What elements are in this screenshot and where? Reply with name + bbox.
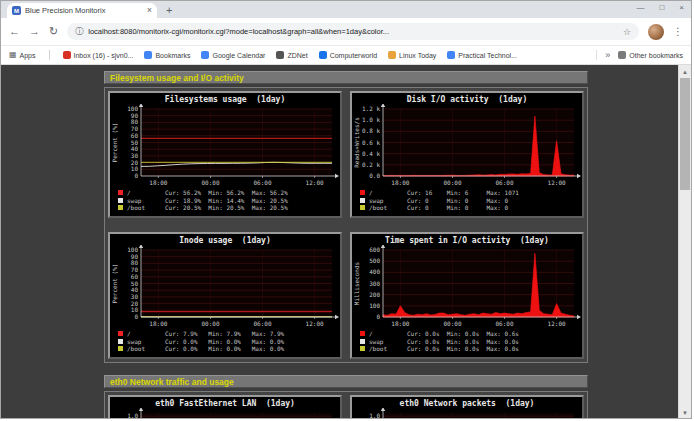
bookmark-item[interactable]: Linux Today [388,51,436,59]
legend-stats: Cur: 0.0s Min: 0.0s Max: 0.0s [407,345,519,352]
svg-text:06:00: 06:00 [253,320,271,327]
legend-row: swapCur: 18.9% Min: 14.4% Max: 20.5% [118,197,340,205]
svg-text:12:00: 12:00 [547,320,565,327]
legend-row: /Cur: 7.9% Min: 7.9% Max: 7.9% [118,330,340,338]
legend-stats: Cur: 0.0% Min: 0.0% Max: 0.0% [165,338,284,345]
bookmarks-bar: ▦AppsInbox (16) - sjvn0...BookmarksGoogl… [1,46,691,65]
legend-swatch [118,190,123,195]
section-header: eth0 Network traffic and usage [104,375,588,388]
forward-icon[interactable]: → [29,26,40,37]
svg-text:06:00: 06:00 [495,179,513,186]
scroll-up-icon[interactable]: ▲ [679,65,691,78]
bookmarks-list: ▦AppsInbox (16) - sjvn0...BookmarksGoogl… [9,50,588,60]
svg-text:12:00: 12:00 [305,320,323,327]
linux-today-icon [388,51,396,59]
svg-text:1.0 k: 1.0 k [361,116,379,123]
legend-name: swap [127,197,153,204]
other-bookmarks-label: Other bookmarks [629,52,683,59]
graph-image[interactable]: 1.018:0000:0006:0012:00 [352,408,582,419]
bookmark-item[interactable]: ▦Apps [9,51,36,59]
graph-panel: Time spent in I/O activity (1day)0100200… [350,232,584,359]
svg-text:30: 30 [130,293,138,300]
bookmark-item[interactable]: Computerworld [319,51,377,59]
svg-text:10: 10 [130,165,138,172]
scrollbar-thumb[interactable] [680,78,690,190]
bookmarks-overflow-icon[interactable]: » [605,50,610,60]
svg-text:50: 50 [130,280,138,287]
legend-name: / [127,189,153,196]
legend-name: swap [127,338,153,345]
address-bar[interactable]: ⓘ localhost:8080/monitorix-cgi/monitorix… [67,23,639,40]
close-icon[interactable]: × [679,3,684,12]
graph-panel: eth0 FastEthernet LAN (1day)1.018:0000:0… [108,395,342,419]
legend-stats: Cur: 7.9% Min: 7.9% Max: 7.9% [165,330,284,337]
graph-group: Filesystems usage (1day)0102030405060708… [104,87,588,363]
bookmark-item[interactable]: ZDNet [276,51,307,59]
svg-text:06:00: 06:00 [253,179,271,186]
graph-image[interactable]: 010203040506070809010018:0000:0006:0012:… [110,104,340,188]
svg-text:06:00: 06:00 [495,320,513,327]
url-text[interactable]: localhost:8080/monitorix-cgi/monitorix.c… [88,27,618,36]
legend-stats: Cur: 16 Min: 6 Max: 1071 [407,189,519,196]
svg-text:0.6 k: 0.6 k [361,139,379,146]
bookmarks-divider [49,50,50,60]
graph-title: Inode usage (1day) [110,236,340,245]
vertical-scrollbar[interactable]: ▲ ▼ [678,65,691,419]
graph-image[interactable]: 0.00.2 k0.4 k0.6 k0.8 k1.0 k1.2 k18:0000… [352,104,582,188]
legend-swatch [118,331,123,336]
browser-tab[interactable]: M Blue Precision Monitorix × [7,3,157,18]
svg-text:300: 300 [369,280,380,287]
svg-text:0: 0 [376,313,380,320]
browser-menu-icon[interactable]: ⋮ [673,26,683,37]
graph-image[interactable]: 010020030040050060018:0000:0006:0012:00M… [352,245,582,329]
legend-name: /boot [369,345,395,352]
bookmark-item[interactable]: Bookmarks [144,51,190,59]
legend-stats: Cur: 0 Min: 0 Max: 0 [407,197,508,204]
graph-group: eth0 FastEthernet LAN (1day)1.018:0000:0… [104,391,588,419]
gmail-icon [63,51,71,59]
svg-text:100: 100 [127,105,138,112]
bookmark-item[interactable]: Inbox (16) - sjvn0... [63,51,134,59]
legend-row: /Cur: 0.0s Min: 0.0s Max: 0.6s [360,330,582,338]
legend-row: /bootCur: 20.5% Min: 20.5% Max: 20.5% [118,204,340,212]
maximize-icon[interactable]: □ [659,3,664,12]
graph-panel: Inode usage (1day)0102030405060708090100… [108,232,342,359]
legend-name: /boot [369,204,395,211]
tab-close-icon[interactable]: × [147,6,152,15]
svg-text:12:00: 12:00 [547,179,565,186]
back-icon[interactable]: ← [9,26,20,37]
other-bookmarks-button[interactable]: Other bookmarks [618,51,683,59]
legend-swatch [360,346,365,351]
bookmark-item[interactable]: Google Calendar [201,51,265,59]
reload-icon[interactable]: ↻ [49,26,58,37]
svg-text:18:00: 18:00 [149,320,167,327]
bookmark-star-icon[interactable]: ☆ [623,27,631,37]
bookmarks-right: » Other bookmarks [596,50,683,60]
svg-text:80: 80 [130,118,138,125]
graph-image[interactable]: 1.018:0000:0006:0012:00 [110,408,340,419]
profile-avatar[interactable] [648,24,664,40]
minimize-icon[interactable]: — [636,3,644,12]
svg-text:80: 80 [130,259,138,266]
svg-text:1.0: 1.0 [127,412,138,419]
graph-image[interactable]: 010203040506070809010018:0000:0006:0012:… [110,245,340,329]
new-tab-button[interactable]: + [166,4,172,16]
svg-text:10: 10 [130,306,138,313]
scroll-down-icon[interactable]: ▼ [679,406,691,419]
bookmark-label: Bookmarks [155,52,190,59]
page-info-icon[interactable]: ⓘ [75,26,83,37]
svg-text:100: 100 [127,246,138,253]
svg-text:00:00: 00:00 [201,320,219,327]
svg-text:20: 20 [130,300,138,307]
legend-swatch [360,331,365,336]
graph-title: Filesystems usage (1day) [110,95,340,104]
bookmark-item[interactable]: Practical Technol... [447,51,517,59]
legend-stats: Cur: 56.2% Min: 56.2% Max: 56.2% [165,189,288,196]
legend-row: swapCur: 0 Min: 0 Max: 0 [360,197,582,205]
legend-name: swap [369,338,395,345]
graph-legend: /Cur: 56.2% Min: 56.2% Max: 56.2%swapCur… [110,188,340,212]
legend-swatch [118,346,123,351]
legend-swatch [118,205,123,210]
bookmark-label: Computerworld [330,52,377,59]
legend-name: / [369,189,395,196]
